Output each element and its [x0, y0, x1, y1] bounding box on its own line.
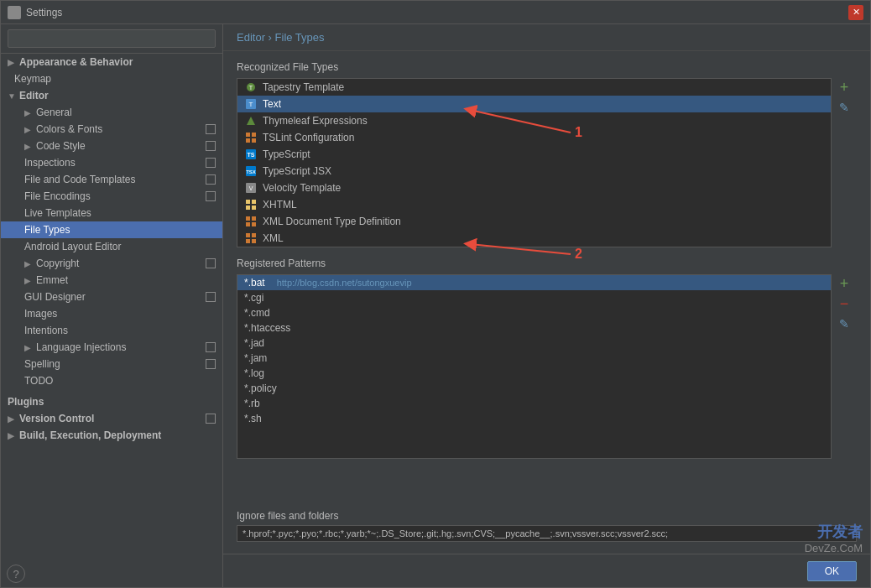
list-item[interactable]: Thymeleaf Expressions	[237, 112, 831, 129]
sidebar-item-emmet[interactable]: ▶ Emmet	[1, 272, 222, 289]
ignore-input[interactable]	[237, 525, 857, 542]
sidebar-item-inspections[interactable]: Inspections	[1, 154, 222, 171]
copy-icon	[206, 174, 216, 185]
file-type-icon: TSX	[244, 164, 258, 178]
sidebar-item-plugins[interactable]: Plugins	[1, 393, 222, 410]
list-item[interactable]: *.rb	[237, 396, 831, 411]
ignore-section: Ignore files and folders	[223, 502, 870, 547]
expand-arrow: ▶	[8, 414, 16, 424]
remove-pattern-button[interactable]: −	[835, 294, 853, 313]
file-type-name: XML	[263, 232, 284, 244]
patterns-list: *.bat http://blog.csdn.net/sutongxuevip …	[237, 274, 832, 459]
list-item[interactable]: T Text	[237, 96, 831, 112]
sidebar-item-editor[interactable]: ▼ Editor	[1, 87, 222, 104]
svg-rect-8	[252, 138, 256, 143]
copy-icon	[206, 342, 216, 352]
expand-arrow: ▶	[24, 259, 33, 268]
list-item[interactable]: XHTML	[237, 196, 831, 213]
sidebar-item-label: Editor	[19, 90, 49, 101]
sidebar-item-label: Language Injections	[36, 341, 126, 353]
sidebar-item-file-encodings[interactable]: File Encodings	[1, 188, 222, 205]
sidebar-item-language-injections[interactable]: ▶ Language Injections	[1, 339, 222, 356]
sidebar-item-label: Emmet	[36, 274, 68, 286]
copy-icon	[206, 292, 216, 302]
sidebar-item-label: Build, Execution, Deployment	[19, 429, 161, 441]
pattern-name: *.cmd	[244, 307, 270, 319]
expand-arrow: ▶	[24, 343, 33, 352]
expand-arrow: ▶	[24, 276, 33, 285]
sidebar-item-file-code-templates[interactable]: File and Code Templates	[1, 171, 222, 188]
sidebar-item-code-style[interactable]: ▶ Code Style	[1, 138, 222, 154]
list-item[interactable]: T Tapestry Template	[237, 79, 831, 96]
list-item[interactable]: TSLint Configuration	[237, 129, 831, 146]
list-item[interactable]: V Velocity Template	[237, 180, 831, 196]
sidebar-item-version-control[interactable]: ▶ Version Control	[1, 410, 222, 427]
svg-rect-5	[246, 133, 250, 137]
list-item[interactable]: TS TypeScript	[237, 146, 831, 163]
sidebar-item-label: Keymap	[14, 73, 51, 85]
sidebar-item-label: Intentions	[24, 325, 68, 336]
titlebar: Settings ✕	[1, 1, 870, 24]
sidebar-item-copyright[interactable]: ▶ Copyright	[1, 255, 222, 272]
list-item[interactable]: *.jad	[237, 336, 831, 351]
ok-button[interactable]: OK	[807, 561, 857, 581]
window-icon	[8, 6, 21, 19]
file-type-icon	[244, 232, 258, 245]
sidebar-item-appearance[interactable]: ▶ Appearance & Behavior	[1, 54, 222, 70]
file-type-icon: T	[244, 81, 258, 94]
sidebar-item-android-layout[interactable]: Android Layout Editor	[1, 238, 222, 255]
add-file-type-button[interactable]: +	[835, 78, 853, 96]
sidebar-item-intentions[interactable]: Intentions	[1, 322, 222, 339]
sidebar-item-live-templates[interactable]: Live Templates	[1, 205, 222, 221]
list-item[interactable]: *.htaccess	[237, 320, 831, 336]
sidebar-item-label: Version Control	[19, 413, 94, 424]
sidebar-item-build[interactable]: ▶ Build, Execution, Deployment	[1, 427, 222, 444]
file-type-name: Tapestry Template	[263, 81, 344, 93]
svg-rect-25	[246, 239, 250, 243]
pattern-name: *.sh	[244, 413, 262, 424]
list-item[interactable]: *.sh	[237, 411, 831, 426]
list-item[interactable]: *.policy	[237, 381, 831, 396]
sidebar-item-todo[interactable]: TODO	[1, 372, 222, 389]
list-item[interactable]: *.bat http://blog.csdn.net/sutongxuevip	[237, 275, 831, 290]
sidebar-item-colors-fonts[interactable]: ▶ Colors & Fonts	[1, 121, 222, 138]
sidebar-item-general[interactable]: ▶ General	[1, 104, 222, 121]
svg-rect-23	[246, 233, 250, 237]
add-pattern-button[interactable]: +	[835, 274, 853, 293]
copy-icon	[206, 258, 216, 268]
expand-arrow: ▶	[8, 58, 16, 67]
patterns-list-container: *.bat http://blog.csdn.net/sutongxuevip …	[237, 274, 857, 502]
list-item[interactable]: *.cmd	[237, 305, 831, 320]
svg-rect-7	[246, 138, 250, 143]
file-type-icon	[244, 198, 258, 211]
edit-pattern-button[interactable]: ✎	[835, 315, 853, 333]
list-item[interactable]: TSX TypeScript JSX	[237, 163, 831, 180]
close-button[interactable]: ✕	[848, 5, 863, 20]
svg-marker-4	[247, 117, 255, 125]
svg-text:TSX: TSX	[246, 169, 256, 174]
svg-text:TS: TS	[248, 152, 255, 158]
file-type-icon	[244, 131, 258, 144]
file-type-name: Thymeleaf Expressions	[263, 115, 368, 127]
sidebar-item-keymap[interactable]: Keymap	[1, 70, 222, 87]
list-item[interactable]: XML Document Type Definition	[237, 213, 831, 230]
list-item[interactable]: XML	[237, 230, 831, 247]
list-item[interactable]: *.cgi	[237, 290, 831, 305]
sidebar-item-label: TODO	[24, 375, 53, 387]
ignore-label: Ignore files and folders	[237, 507, 857, 525]
file-type-name: Text	[263, 98, 281, 110]
list-item[interactable]: *.jam	[237, 351, 831, 366]
copy-icon	[206, 141, 216, 151]
pattern-name: *.rb	[244, 398, 260, 409]
sidebar-item-spelling[interactable]: Spelling	[1, 356, 222, 372]
copy-icon	[206, 359, 216, 369]
search-input[interactable]	[8, 29, 216, 48]
help-button[interactable]: ?	[7, 565, 25, 583]
sidebar-item-file-types[interactable]: File Types	[1, 221, 222, 238]
list-item[interactable]: *.log	[237, 366, 831, 381]
expand-arrow: ▶	[24, 125, 33, 134]
sidebar-item-gui-designer[interactable]: GUI Designer	[1, 289, 222, 305]
edit-file-type-button[interactable]: ✎	[835, 98, 853, 117]
sidebar-item-label: Plugins	[8, 396, 44, 408]
sidebar-item-images[interactable]: Images	[1, 305, 222, 322]
